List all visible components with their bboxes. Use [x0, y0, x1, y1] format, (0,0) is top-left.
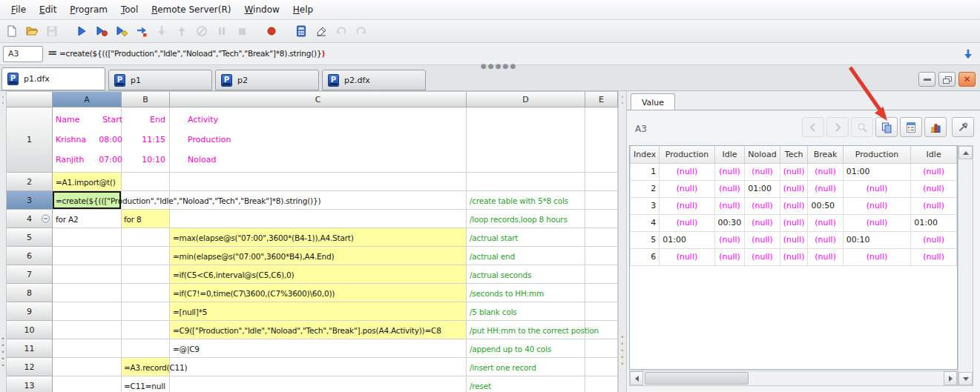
menu-help[interactable]: Help — [286, 2, 320, 17]
value-cell[interactable]: (null) — [780, 163, 808, 180]
value-cell[interactable]: (null) — [745, 231, 780, 248]
menu-window[interactable]: Window — [238, 2, 286, 17]
value-cell[interactable]: (null) — [808, 231, 843, 248]
cell-E8[interactable] — [585, 284, 618, 302]
value-cell[interactable]: (null) — [911, 180, 957, 197]
value-col-header[interactable]: Noload — [745, 146, 780, 163]
value-cell[interactable]: (null) — [714, 197, 745, 214]
value-cell[interactable]: (null) — [714, 231, 745, 248]
col-header-D[interactable]: D — [467, 91, 585, 107]
value-cell[interactable]: (null) — [745, 214, 780, 231]
cell-E3[interactable] — [585, 191, 618, 210]
tab-p2[interactable]: p2 — [215, 70, 319, 90]
cell-A6[interactable] — [53, 247, 122, 265]
restore-button[interactable] — [938, 72, 956, 87]
show-format-button[interactable] — [900, 117, 922, 137]
cell-D2[interactable] — [467, 173, 585, 191]
cell-C9[interactable] — [170, 302, 467, 321]
col-header-A[interactable]: A — [53, 91, 122, 107]
row-header-3[interactable]: 3 — [7, 191, 53, 210]
cell-B10[interactable] — [122, 321, 170, 339]
value-cell[interactable]: 5 — [631, 231, 660, 248]
value-col-header[interactable]: Index — [631, 146, 660, 163]
cell-ref-box[interactable]: A3 — [3, 46, 43, 62]
close-button[interactable]: ✕ — [958, 72, 976, 87]
collapse-arrows-icon[interactable]: ‹› — [619, 94, 626, 106]
hscroll-thumb[interactable] — [645, 372, 749, 385]
minimize-button[interactable] — [918, 72, 935, 87]
splitter-dots-icon[interactable]: ●●●●● — [481, 62, 517, 70]
cell-B6[interactable] — [122, 247, 170, 265]
value-col-header[interactable]: Production — [843, 146, 911, 163]
draw-chart-button[interactable] — [924, 117, 947, 137]
collapse-arrows-icon[interactable]: ‹› — [0, 94, 6, 106]
scroll-up-icon[interactable] — [958, 146, 973, 159]
cell-C11[interactable] — [170, 339, 467, 358]
calculate-icon[interactable] — [294, 24, 309, 39]
cell-E2[interactable] — [585, 173, 618, 191]
value-cell[interactable]: (null) — [911, 248, 957, 265]
formula-input[interactable]: =create(${((["Production","Idle","Noload… — [59, 49, 325, 58]
row-header-12[interactable]: 12 — [7, 358, 53, 376]
menu-program[interactable]: Program — [63, 2, 114, 17]
value-cell[interactable]: 01:00 — [843, 163, 911, 180]
middle-splitter[interactable]: ‹› ••••• — [618, 91, 627, 392]
breakpoint-icon[interactable] — [264, 24, 279, 39]
value-cell[interactable]: (null) — [843, 180, 911, 197]
value-cell[interactable]: 4 — [631, 214, 660, 231]
cell-A9[interactable] — [53, 302, 122, 321]
cell-B7[interactable] — [122, 265, 170, 284]
menu-file[interactable]: File — [4, 2, 33, 17]
col-header-B[interactable]: B — [122, 91, 170, 107]
value-cell[interactable]: 00:50 — [808, 197, 843, 214]
row-header-2[interactable]: 2 — [7, 173, 53, 191]
value-cell[interactable]: (null) — [745, 248, 780, 265]
cell-A11[interactable] — [53, 339, 122, 358]
col-header-E[interactable]: E — [585, 91, 618, 107]
row-header-13[interactable]: 13 — [7, 376, 53, 392]
row-header-10[interactable]: 10 — [7, 321, 53, 339]
value-cell[interactable]: (null) — [714, 248, 745, 265]
cell-E11[interactable] — [585, 339, 618, 358]
row-header-1[interactable]: 1 — [7, 107, 53, 173]
value-cell[interactable]: (null) — [714, 180, 745, 197]
cell-E4[interactable] — [585, 210, 618, 228]
open-file-icon[interactable] — [24, 24, 39, 39]
cell-E6[interactable] — [585, 247, 618, 265]
value-cell[interactable]: 01:00 — [911, 214, 957, 231]
value-cell[interactable]: (null) — [780, 197, 808, 214]
col-header-C[interactable]: C — [170, 91, 467, 107]
tab-p2dfx[interactable]: p2.dfx — [322, 70, 426, 90]
cell-A12[interactable] — [53, 358, 122, 376]
value-cell[interactable]: (null) — [745, 163, 780, 180]
tab-p1[interactable]: p1 — [108, 70, 212, 90]
cell-B9[interactable] — [122, 302, 170, 321]
cell-C4[interactable] — [170, 210, 467, 228]
value-cell[interactable]: (null) — [660, 180, 714, 197]
cell-E7[interactable] — [585, 265, 618, 284]
value-cell[interactable]: (null) — [660, 197, 714, 214]
value-cell[interactable]: (null) — [660, 163, 714, 180]
cell-A10[interactable] — [53, 321, 122, 339]
run-to-cursor-icon[interactable] — [94, 24, 109, 39]
splitter-handle-icon[interactable]: ••••• — [0, 336, 6, 369]
value-cell[interactable]: 3 — [631, 197, 660, 214]
cell-E9[interactable] — [585, 302, 618, 321]
value-cell[interactable]: (null) — [780, 231, 808, 248]
splitter-handle-icon[interactable]: ••••• — [619, 334, 626, 368]
cell-B2[interactable] — [122, 173, 170, 191]
cell-A8[interactable] — [53, 284, 122, 302]
row-header-6[interactable]: 6 — [7, 247, 53, 265]
value-cell[interactable]: (null) — [745, 197, 780, 214]
value-vscrollbar[interactable] — [958, 145, 973, 386]
value-col-header[interactable]: Production — [660, 146, 714, 163]
value-cell[interactable]: 2 — [631, 180, 660, 197]
left-splitter[interactable]: ‹› ••••• — [0, 91, 7, 392]
row-header-4[interactable]: 4 — [7, 210, 53, 228]
cell-B11[interactable] — [122, 339, 170, 358]
tab-value[interactable]: Value — [631, 93, 675, 110]
grid-corner[interactable] — [7, 91, 53, 107]
value-cell[interactable]: (null) — [714, 163, 745, 180]
value-cell[interactable]: (null) — [911, 163, 957, 180]
value-cell[interactable]: (null) — [808, 214, 843, 231]
